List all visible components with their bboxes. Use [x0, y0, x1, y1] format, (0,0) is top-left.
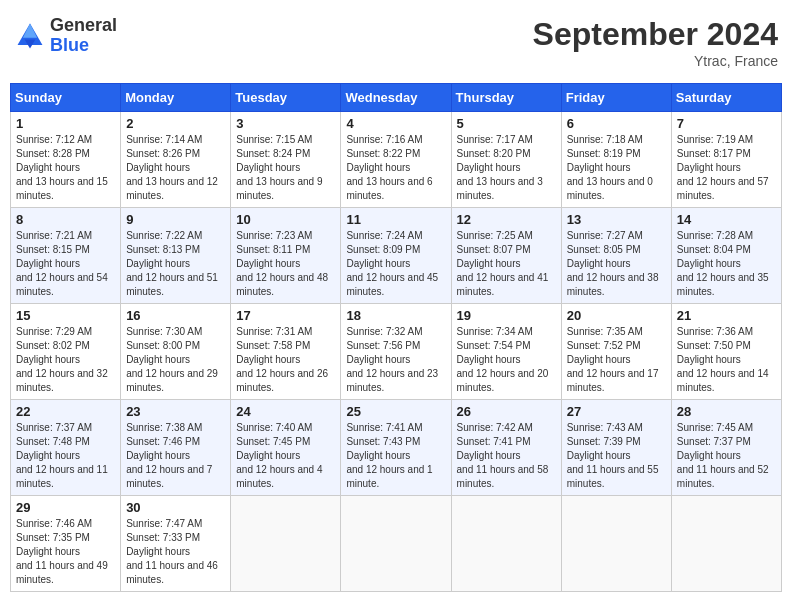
day-info: Sunrise: 7:14 AM Sunset: 8:26 PM Dayligh… — [126, 133, 225, 203]
day-info: Sunrise: 7:34 AM Sunset: 7:54 PM Dayligh… — [457, 325, 556, 395]
day-info: Sunrise: 7:40 AM Sunset: 7:45 PM Dayligh… — [236, 421, 335, 491]
calendar-week-2: 8 Sunrise: 7:21 AM Sunset: 8:15 PM Dayli… — [11, 208, 782, 304]
day-number: 28 — [677, 404, 776, 419]
day-number: 16 — [126, 308, 225, 323]
day-number: 29 — [16, 500, 115, 515]
logo: General Blue — [14, 16, 117, 56]
calendar-cell: 3 Sunrise: 7:15 AM Sunset: 8:24 PM Dayli… — [231, 112, 341, 208]
calendar-cell: 25 Sunrise: 7:41 AM Sunset: 7:43 PM Dayl… — [341, 400, 451, 496]
calendar-cell: 30 Sunrise: 7:47 AM Sunset: 7:33 PM Dayl… — [121, 496, 231, 592]
day-info: Sunrise: 7:42 AM Sunset: 7:41 PM Dayligh… — [457, 421, 556, 491]
day-info: Sunrise: 7:15 AM Sunset: 8:24 PM Dayligh… — [236, 133, 335, 203]
calendar-cell: 7 Sunrise: 7:19 AM Sunset: 8:17 PM Dayli… — [671, 112, 781, 208]
calendar-week-3: 15 Sunrise: 7:29 AM Sunset: 8:02 PM Dayl… — [11, 304, 782, 400]
calendar-cell: 19 Sunrise: 7:34 AM Sunset: 7:54 PM Dayl… — [451, 304, 561, 400]
calendar-cell: 20 Sunrise: 7:35 AM Sunset: 7:52 PM Dayl… — [561, 304, 671, 400]
logo-blue-text: Blue — [50, 35, 89, 55]
calendar-cell: 1 Sunrise: 7:12 AM Sunset: 8:28 PM Dayli… — [11, 112, 121, 208]
day-info: Sunrise: 7:30 AM Sunset: 8:00 PM Dayligh… — [126, 325, 225, 395]
day-number: 14 — [677, 212, 776, 227]
calendar-cell — [341, 496, 451, 592]
day-number: 2 — [126, 116, 225, 131]
day-info: Sunrise: 7:12 AM Sunset: 8:28 PM Dayligh… — [16, 133, 115, 203]
day-number: 19 — [457, 308, 556, 323]
col-tuesday: Tuesday — [231, 84, 341, 112]
day-number: 12 — [457, 212, 556, 227]
day-info: Sunrise: 7:29 AM Sunset: 8:02 PM Dayligh… — [16, 325, 115, 395]
calendar-cell: 16 Sunrise: 7:30 AM Sunset: 8:00 PM Dayl… — [121, 304, 231, 400]
page-header: General Blue September 2024 Ytrac, Franc… — [10, 10, 782, 75]
calendar-cell: 5 Sunrise: 7:17 AM Sunset: 8:20 PM Dayli… — [451, 112, 561, 208]
calendar-cell: 28 Sunrise: 7:45 AM Sunset: 7:37 PM Dayl… — [671, 400, 781, 496]
calendar-week-1: 1 Sunrise: 7:12 AM Sunset: 8:28 PM Dayli… — [11, 112, 782, 208]
title-block: September 2024 Ytrac, France — [533, 16, 778, 69]
day-info: Sunrise: 7:32 AM Sunset: 7:56 PM Dayligh… — [346, 325, 445, 395]
day-info: Sunrise: 7:47 AM Sunset: 7:33 PM Dayligh… — [126, 517, 225, 587]
calendar-cell: 17 Sunrise: 7:31 AM Sunset: 7:58 PM Dayl… — [231, 304, 341, 400]
day-info: Sunrise: 7:37 AM Sunset: 7:48 PM Dayligh… — [16, 421, 115, 491]
calendar-cell: 24 Sunrise: 7:40 AM Sunset: 7:45 PM Dayl… — [231, 400, 341, 496]
calendar-cell: 2 Sunrise: 7:14 AM Sunset: 8:26 PM Dayli… — [121, 112, 231, 208]
day-number: 15 — [16, 308, 115, 323]
calendar-cell: 21 Sunrise: 7:36 AM Sunset: 7:50 PM Dayl… — [671, 304, 781, 400]
calendar-cell: 10 Sunrise: 7:23 AM Sunset: 8:11 PM Dayl… — [231, 208, 341, 304]
day-number: 22 — [16, 404, 115, 419]
calendar-cell: 11 Sunrise: 7:24 AM Sunset: 8:09 PM Dayl… — [341, 208, 451, 304]
day-info: Sunrise: 7:43 AM Sunset: 7:39 PM Dayligh… — [567, 421, 666, 491]
calendar-cell: 15 Sunrise: 7:29 AM Sunset: 8:02 PM Dayl… — [11, 304, 121, 400]
day-number: 3 — [236, 116, 335, 131]
col-sunday: Sunday — [11, 84, 121, 112]
day-info: Sunrise: 7:36 AM Sunset: 7:50 PM Dayligh… — [677, 325, 776, 395]
col-monday: Monday — [121, 84, 231, 112]
col-thursday: Thursday — [451, 84, 561, 112]
day-number: 7 — [677, 116, 776, 131]
day-number: 21 — [677, 308, 776, 323]
day-number: 20 — [567, 308, 666, 323]
day-info: Sunrise: 7:22 AM Sunset: 8:13 PM Dayligh… — [126, 229, 225, 299]
day-info: Sunrise: 7:28 AM Sunset: 8:04 PM Dayligh… — [677, 229, 776, 299]
day-number: 9 — [126, 212, 225, 227]
calendar-cell — [231, 496, 341, 592]
calendar-cell: 22 Sunrise: 7:37 AM Sunset: 7:48 PM Dayl… — [11, 400, 121, 496]
day-info: Sunrise: 7:19 AM Sunset: 8:17 PM Dayligh… — [677, 133, 776, 203]
calendar-cell: 13 Sunrise: 7:27 AM Sunset: 8:05 PM Dayl… — [561, 208, 671, 304]
calendar-cell: 9 Sunrise: 7:22 AM Sunset: 8:13 PM Dayli… — [121, 208, 231, 304]
calendar-cell: 26 Sunrise: 7:42 AM Sunset: 7:41 PM Dayl… — [451, 400, 561, 496]
day-number: 5 — [457, 116, 556, 131]
day-number: 24 — [236, 404, 335, 419]
day-number: 10 — [236, 212, 335, 227]
day-info: Sunrise: 7:45 AM Sunset: 7:37 PM Dayligh… — [677, 421, 776, 491]
day-number: 26 — [457, 404, 556, 419]
day-number: 25 — [346, 404, 445, 419]
location: Ytrac, France — [533, 53, 778, 69]
day-number: 4 — [346, 116, 445, 131]
logo-general-text: General — [50, 15, 117, 35]
day-info: Sunrise: 7:41 AM Sunset: 7:43 PM Dayligh… — [346, 421, 445, 491]
day-number: 11 — [346, 212, 445, 227]
calendar-cell — [451, 496, 561, 592]
day-info: Sunrise: 7:23 AM Sunset: 8:11 PM Dayligh… — [236, 229, 335, 299]
day-info: Sunrise: 7:25 AM Sunset: 8:07 PM Dayligh… — [457, 229, 556, 299]
day-number: 6 — [567, 116, 666, 131]
day-info: Sunrise: 7:21 AM Sunset: 8:15 PM Dayligh… — [16, 229, 115, 299]
day-info: Sunrise: 7:27 AM Sunset: 8:05 PM Dayligh… — [567, 229, 666, 299]
calendar-cell: 6 Sunrise: 7:18 AM Sunset: 8:19 PM Dayli… — [561, 112, 671, 208]
day-number: 17 — [236, 308, 335, 323]
calendar-cell: 23 Sunrise: 7:38 AM Sunset: 7:46 PM Dayl… — [121, 400, 231, 496]
calendar-cell: 4 Sunrise: 7:16 AM Sunset: 8:22 PM Dayli… — [341, 112, 451, 208]
day-number: 23 — [126, 404, 225, 419]
day-info: Sunrise: 7:18 AM Sunset: 8:19 PM Dayligh… — [567, 133, 666, 203]
calendar-week-5: 29 Sunrise: 7:46 AM Sunset: 7:35 PM Dayl… — [11, 496, 782, 592]
col-friday: Friday — [561, 84, 671, 112]
day-info: Sunrise: 7:17 AM Sunset: 8:20 PM Dayligh… — [457, 133, 556, 203]
col-wednesday: Wednesday — [341, 84, 451, 112]
day-number: 1 — [16, 116, 115, 131]
calendar-cell: 12 Sunrise: 7:25 AM Sunset: 8:07 PM Dayl… — [451, 208, 561, 304]
calendar-week-4: 22 Sunrise: 7:37 AM Sunset: 7:48 PM Dayl… — [11, 400, 782, 496]
day-number: 30 — [126, 500, 225, 515]
logo-icon — [14, 20, 46, 52]
day-info: Sunrise: 7:24 AM Sunset: 8:09 PM Dayligh… — [346, 229, 445, 299]
col-saturday: Saturday — [671, 84, 781, 112]
calendar-cell — [561, 496, 671, 592]
calendar-cell: 27 Sunrise: 7:43 AM Sunset: 7:39 PM Dayl… — [561, 400, 671, 496]
